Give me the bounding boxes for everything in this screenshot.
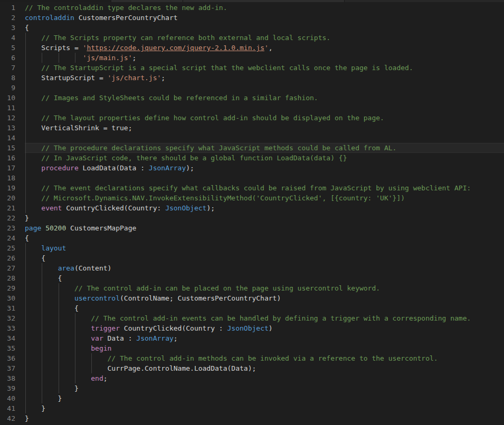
code-line-5[interactable]: 5 Scripts = 'https://code.jquery.com/jqu… (0, 43, 504, 53)
code-line-content[interactable]: { (25, 273, 504, 283)
code-line-29[interactable]: 29 // The control add-in can be placed o… (0, 283, 504, 293)
line-number[interactable]: 7 (0, 63, 15, 73)
code-line-content[interactable]: area(Content) (25, 263, 504, 273)
code-line-3[interactable]: 3{ (0, 23, 504, 33)
line-number[interactable]: 13 (0, 123, 15, 133)
code-line-36[interactable]: 36 // The control add-in methods can be … (0, 353, 504, 363)
code-line-content[interactable]: trigger CountryClicked(Country : JsonObj… (25, 323, 504, 333)
code-line-32[interactable]: 32 // The control add-in events can be h… (0, 313, 504, 323)
code-line-content[interactable]: // The procedure declarations specify wh… (25, 143, 504, 153)
code-line-content[interactable]: // The controladdin type declares the ne… (25, 3, 504, 13)
line-number[interactable]: 4 (0, 33, 15, 43)
code-editor[interactable]: 1// The controladdin type declares the n… (0, 2, 504, 425)
code-line-24[interactable]: 24{ (0, 233, 504, 243)
code-line-content[interactable]: usercontrol(ControlName; CustomersPerCou… (25, 293, 504, 303)
code-line-content[interactable]: { (25, 23, 504, 33)
code-line-30[interactable]: 30 usercontrol(ControlName; CustomersPer… (0, 293, 504, 303)
line-number[interactable]: 15 (0, 143, 15, 153)
code-line-25[interactable]: 25 layout (0, 243, 504, 253)
code-line-8[interactable]: 8 StartupScript = 'js/chart.js'; (0, 73, 504, 83)
line-number[interactable]: 41 (0, 403, 15, 413)
code-line-28[interactable]: 28 { (0, 273, 504, 283)
line-number[interactable]: 29 (0, 283, 15, 293)
code-line-10[interactable]: 10 // Images and StyleSheets could be re… (0, 93, 504, 103)
line-number[interactable]: 39 (0, 383, 15, 393)
code-line-content[interactable]: layout (25, 243, 504, 253)
line-number[interactable]: 31 (0, 303, 15, 313)
code-line-content[interactable]: } (25, 383, 504, 393)
line-number[interactable]: 23 (0, 223, 15, 233)
line-number[interactable]: 22 (0, 213, 15, 223)
line-number[interactable]: 36 (0, 353, 15, 363)
code-line-content[interactable]: { (25, 303, 504, 313)
code-line-content[interactable]: 'js/main.js'; (25, 53, 504, 63)
line-number[interactable]: 42 (0, 413, 15, 423)
line-number[interactable]: 11 (0, 103, 15, 113)
code-line-18[interactable]: 18 (0, 173, 504, 183)
code-line-content[interactable]: // The control add-in events can be hand… (25, 313, 504, 323)
line-number[interactable]: 10 (0, 93, 15, 103)
code-line-content[interactable]: // The Scripts property can reference bo… (25, 33, 504, 43)
line-number[interactable]: 3 (0, 23, 15, 33)
line-number[interactable]: 2 (0, 13, 15, 23)
code-line-20[interactable]: 20 // Microsoft.Dynamics.NAV.InvokeExten… (0, 193, 504, 203)
code-line-22[interactable]: 22} (0, 213, 504, 223)
code-line-content[interactable] (25, 83, 504, 93)
code-line-content[interactable]: // In JavaScript code, there should be a… (25, 153, 504, 163)
code-line-content[interactable]: { (25, 253, 504, 263)
line-number[interactable]: 35 (0, 343, 15, 353)
code-line-content[interactable]: page 50200 CustomersMapPage (25, 223, 504, 233)
code-line-17[interactable]: 17 procedure LoadData(Data : JsonArray); (0, 163, 504, 173)
code-line-content[interactable]: Scripts = 'https://code.jquery.com/jquer… (25, 43, 504, 53)
line-number[interactable]: 5 (0, 43, 15, 53)
code-line-41[interactable]: 41 } (0, 403, 504, 413)
code-line-1[interactable]: 1// The controladdin type declares the n… (0, 3, 504, 13)
line-number[interactable]: 38 (0, 373, 15, 383)
code-line-37[interactable]: 37 CurrPage.ControlName.LoadData(Data); (0, 363, 504, 373)
code-line-31[interactable]: 31 { (0, 303, 504, 313)
code-line-content[interactable] (25, 133, 504, 143)
line-number[interactable]: 14 (0, 133, 15, 143)
code-line-14[interactable]: 14 (0, 133, 504, 143)
line-number[interactable]: 6 (0, 53, 15, 63)
line-number[interactable]: 19 (0, 183, 15, 193)
code-line-content[interactable]: end; (25, 373, 504, 383)
code-line-16[interactable]: 16 // In JavaScript code, there should b… (0, 153, 504, 163)
code-line-9[interactable]: 9 (0, 83, 504, 93)
line-number[interactable]: 25 (0, 243, 15, 253)
code-line-content[interactable]: controladdin CustomersPerCountryChart (25, 13, 504, 23)
line-number[interactable]: 12 (0, 113, 15, 123)
code-line-7[interactable]: 7 // The StartupScript is a special scri… (0, 63, 504, 73)
code-line-19[interactable]: 19 // The event declarations specify wha… (0, 183, 504, 193)
code-line-27[interactable]: 27 area(Content) (0, 263, 504, 273)
code-line-11[interactable]: 11 (0, 103, 504, 113)
code-line-content[interactable]: // The layout properties define how cont… (25, 113, 504, 123)
code-line-content[interactable]: } (25, 213, 504, 223)
line-number[interactable]: 21 (0, 203, 15, 213)
code-line-12[interactable]: 12 // The layout properties define how c… (0, 113, 504, 123)
code-line-content[interactable]: // The StartupScript is a special script… (25, 63, 504, 73)
line-number[interactable]: 33 (0, 323, 15, 333)
line-number[interactable]: 18 (0, 173, 15, 183)
code-line-2[interactable]: 2controladdin CustomersPerCountryChart (0, 13, 504, 23)
code-line-content[interactable] (25, 103, 504, 113)
code-line-40[interactable]: 40 } (0, 393, 504, 403)
code-line-content[interactable]: StartupScript = 'js/chart.js'; (25, 73, 504, 83)
line-number[interactable]: 8 (0, 73, 15, 83)
code-line-content[interactable]: } (25, 413, 504, 423)
code-line-21[interactable]: 21 event CountryClicked(Country: JsonObj… (0, 203, 504, 213)
line-number[interactable]: 1 (0, 3, 15, 13)
line-number[interactable]: 34 (0, 333, 15, 343)
code-line-content[interactable]: } (25, 403, 504, 413)
code-line-content[interactable]: // The control add-in can be placed on t… (25, 283, 504, 293)
code-line-13[interactable]: 13 VerticalShrink = true; (0, 123, 504, 133)
code-line-26[interactable]: 26 { (0, 253, 504, 263)
line-number[interactable]: 40 (0, 393, 15, 403)
code-line-39[interactable]: 39 } (0, 383, 504, 393)
line-number[interactable]: 9 (0, 83, 15, 93)
line-number[interactable]: 32 (0, 313, 15, 323)
code-line-content[interactable] (25, 173, 504, 183)
line-number[interactable]: 26 (0, 253, 15, 263)
code-line-content[interactable]: procedure LoadData(Data : JsonArray); (25, 163, 504, 173)
line-number[interactable]: 17 (0, 163, 15, 173)
